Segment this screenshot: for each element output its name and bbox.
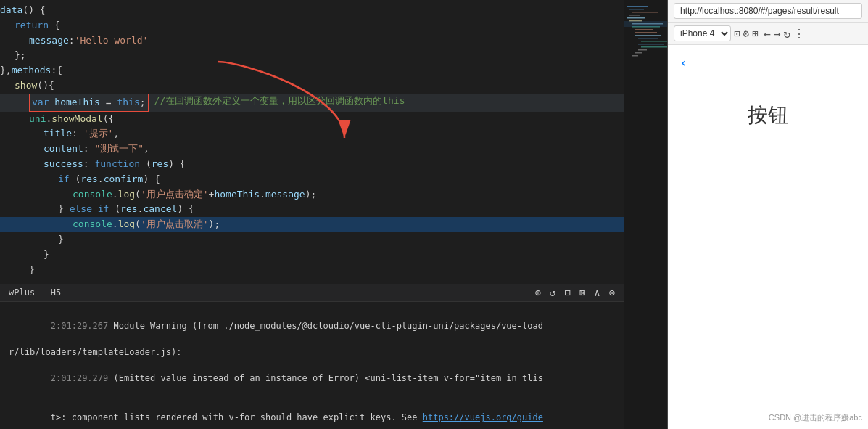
nav-refresh-btn[interactable]: ↻ [784, 27, 791, 41]
code-content: data() { return { message:'Hello world' … [0, 0, 624, 280]
browser-content: ‹ 按钮 CSDN @进击的程序媛abc [668, 45, 868, 429]
code-editor: data() { return { message:'Hello world' … [0, 0, 624, 429]
svg-rect-11 [635, 35, 661, 36]
code-line: success: function (res) { [0, 157, 624, 172]
code-line: message:'Hello world' [0, 33, 624, 49]
panel-actions: ⊕ ↺ ⊟ ⊠ ∧ ⊗ [534, 287, 615, 298]
code-line: show(){ [0, 78, 624, 94]
panel-icon-3[interactable]: ⊟ [564, 287, 570, 298]
code-line: } else if (res.cancel) { [0, 202, 624, 217]
code-token: data [0, 3, 22, 18]
code-line: } [0, 263, 624, 278]
device-selector[interactable]: iPhone 4 iPhone 6 iPhone X [674, 25, 731, 41]
log-line-2: r/lib/loaders/templateLoader.js): [9, 346, 615, 359]
log-line-3: 2:01:29.279 (Emitted value instead of an… [9, 359, 615, 398]
code-line: title: '提示', [0, 126, 624, 142]
svg-rect-17 [635, 52, 642, 54]
svg-rect-5 [627, 17, 645, 19]
svg-rect-12 [638, 38, 658, 39]
responsive-icon[interactable]: ⊡ [734, 28, 740, 39]
svg-rect-10 [635, 32, 657, 33]
svg-rect-14 [638, 44, 664, 45]
nav-forward-btn[interactable]: → [774, 27, 781, 41]
browser-toolbar [668, 0, 868, 23]
bottom-panel-header: wPlus - H5 ⊕ ↺ ⊟ ⊠ ∧ ⊗ [0, 284, 624, 302]
minimap-svg [624, 0, 667, 290]
nav-more-btn[interactable]: ⋮ [793, 27, 805, 41]
log-link-1[interactable]: https://vuejs.org/guide [423, 412, 543, 422]
settings-icon[interactable]: ⚙ [743, 28, 748, 39]
svg-rect-15 [641, 46, 667, 48]
code-line: } [0, 248, 624, 263]
code-line: uni.showModal({ [0, 112, 624, 127]
watermark: CSDN @进击的程序媛abc [769, 412, 862, 423]
code-line: if (res.confirm) { [0, 172, 624, 187]
nav-back-btn[interactable]: ← [764, 27, 771, 41]
panel-icon-2[interactable]: ↺ [550, 287, 555, 298]
code-line: },methods:{ [0, 63, 624, 78]
svg-rect-4 [629, 15, 640, 16]
phone-preview: ‹ 按钮 [668, 45, 868, 429]
panel-icon-4[interactable]: ⊠ [579, 287, 585, 298]
svg-rect-9 [635, 29, 653, 30]
svg-rect-16 [638, 49, 647, 51]
svg-rect-2 [629, 9, 644, 10]
browser-panel: iPhone 4 iPhone 6 iPhone X ⊡ ⚙ ⊞ ← → ↻ ⋮… [667, 0, 868, 429]
console-output: 2:01:29.267 Module Warning (from ./node_… [0, 302, 624, 429]
log-line-1: 2:01:29.267 Module Warning (from ./node_… [9, 306, 615, 346]
log-line-4: t>: component lists rendered with v-for … [9, 398, 615, 429]
panel-icon-6[interactable]: ⊗ [609, 287, 615, 298]
phone-page-title: 按钮 [668, 80, 868, 151]
panel-icon-5[interactable]: ∧ [594, 287, 600, 298]
panel-title: wPlus - H5 [9, 287, 61, 298]
code-line: return { [0, 18, 624, 33]
code-line-selected: console.log('用户点击取消'); [0, 217, 624, 232]
code-line-highlighted: var homeThis = this; //在回调函数外定义一个变量，用以区分… [0, 94, 624, 112]
code-line: }; [0, 48, 624, 63]
svg-rect-18 [632, 55, 638, 57]
svg-rect-1 [627, 6, 648, 7]
svg-rect-3 [632, 12, 658, 13]
code-line: data() { [0, 3, 624, 18]
code-line: console.log('用户点击确定'+homeThis.message); [0, 187, 624, 203]
screenshot-icon[interactable]: ⊞ [752, 28, 758, 39]
panel-icon-1[interactable]: ⊕ [534, 287, 540, 298]
minimap [624, 0, 667, 429]
url-bar[interactable] [674, 3, 862, 19]
main-layout: data() { return { message:'Hello world' … [0, 0, 868, 429]
code-line: } [0, 232, 624, 248]
code-line: content: "测试一下", [0, 142, 624, 157]
svg-rect-19 [624, 21, 667, 27]
device-bar: iPhone 4 iPhone 6 iPhone X ⊡ ⚙ ⊞ ← → ↻ ⋮ [668, 23, 868, 45]
phone-back-btn[interactable]: ‹ [668, 45, 868, 80]
svg-rect-13 [641, 41, 667, 42]
